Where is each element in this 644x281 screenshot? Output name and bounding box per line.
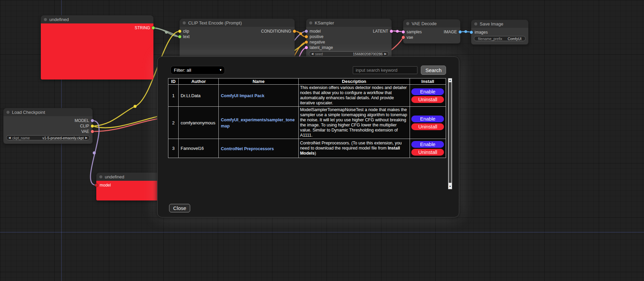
node-vae-decode[interactable]: VAE Decode samples IMAGE vae [403, 19, 460, 43]
extensions-table-wrap: ID Author Name Description Install 1 Dr.… [168, 78, 452, 189]
extensions-table: ID Author Name Description Install 1 Dr.… [168, 78, 446, 158]
slot-dot[interactable] [305, 30, 308, 33]
slot-dot[interactable] [470, 31, 473, 34]
col-header-id: ID [168, 78, 179, 85]
decrement-arrow-icon[interactable]: ◀ [9, 137, 11, 139]
row-description: This extension offers various detector n… [298, 85, 410, 107]
table-row: 3 Fannovel16 ControlNet Preprocessors Co… [168, 139, 446, 158]
table-header-row: ID Author Name Description Install [168, 78, 446, 85]
node-title-bar[interactable]: KSampler [306, 19, 392, 27]
input-slot-positive: positive [306, 34, 324, 39]
slot-label: positive [310, 34, 324, 39]
uninstall-button[interactable]: Uninstall [411, 96, 444, 103]
collapse-dot-icon[interactable] [474, 22, 477, 25]
output-slot-string: STRING [135, 25, 153, 31]
wire-string-to-text [153, 28, 180, 37]
uninstall-button[interactable]: Uninstall [411, 149, 444, 156]
node-title-bar[interactable]: CLIP Text Encode (Prompt) [180, 19, 295, 27]
scroll-up-icon[interactable]: ▲ [448, 78, 452, 82]
slot-dot[interactable] [95, 184, 98, 187]
slot-label: clip [183, 29, 189, 34]
table-scrollbar[interactable]: ▲ ▼ [448, 78, 452, 189]
node-canvas[interactable]: undefined STRING CLIP Text Encode (Promp… [0, 0, 644, 281]
collapse-dot-icon[interactable] [44, 18, 47, 21]
slot-label: negative [310, 40, 325, 45]
widget-value: 156680208700286 [353, 52, 383, 56]
table-row: 2 comfyanonymous ComfyUI_experiments/sam… [168, 107, 446, 139]
collapse-dot-icon[interactable] [99, 175, 102, 178]
slot-dot[interactable] [402, 36, 405, 39]
slot-dot[interactable] [305, 41, 308, 44]
link-midpoint-dot [396, 30, 399, 33]
node-body: clip CONDITIONING text [180, 27, 295, 59]
slot-label: CONDITIONING [261, 29, 291, 34]
close-button[interactable]: Close [169, 204, 190, 212]
slot-dot[interactable] [390, 30, 393, 33]
node-clip-text-encode[interactable]: CLIP Text Encode (Prompt) clip CONDITION… [180, 19, 295, 59]
ckpt-name-widget[interactable]: ◀ ckpt_name v1-5-pruned-emaonly.ckpt ▶ [6, 135, 90, 140]
row-id: 1 [168, 85, 179, 107]
node-title-bar[interactable]: Save Image [471, 20, 528, 28]
node-title-bar[interactable]: Load Checkpoint [3, 108, 93, 116]
collapse-dot-icon[interactable] [183, 21, 186, 24]
slot-dot[interactable] [402, 31, 405, 34]
input-slot-samples: samples [403, 29, 422, 35]
collapse-dot-icon[interactable] [309, 21, 312, 24]
extension-link[interactable]: ControlNet Preprocessors [221, 146, 274, 151]
collapse-dot-icon[interactable] [406, 22, 409, 25]
slot-label: CLIP [80, 124, 89, 128]
slot-dot[interactable] [91, 125, 94, 128]
node-save-image[interactable]: Save Image images filename_prefix ComfyU… [471, 20, 528, 45]
enable-button[interactable]: Enable [411, 88, 444, 95]
filename-prefix-widget[interactable]: filename_prefix ComfyUI [474, 36, 526, 41]
slot-dot[interactable] [293, 30, 296, 33]
node-undefined-top[interactable]: undefined STRING [41, 15, 153, 80]
slot-dot[interactable] [152, 27, 155, 30]
row-description: ControlNet Preprocessors. (To use this e… [298, 139, 410, 158]
scroll-down-icon[interactable]: ▼ [448, 185, 452, 188]
link-midpoint-dot [299, 32, 302, 35]
collapse-dot-icon[interactable] [6, 111, 10, 114]
node-load-checkpoint[interactable]: Load Checkpoint MODEL CLIP VAE [3, 108, 93, 144]
increment-arrow-icon[interactable]: ▶ [384, 53, 386, 55]
slot-dot[interactable] [305, 35, 308, 38]
node-title: KSampler [315, 20, 334, 25]
increment-arrow-icon[interactable]: ▶ [85, 137, 87, 139]
node-title-bar[interactable]: undefined [41, 15, 153, 23]
custom-nodes-dialog: Filter: all ▼ Search ID Author Name Desc… [157, 56, 459, 217]
seed-widget[interactable]: ◀ seed 156680208700286 ▶ [309, 51, 389, 56]
slot-dot[interactable] [178, 30, 181, 33]
wire-conditioning-to-positive [295, 31, 306, 37]
link-midpoint-dot [134, 105, 137, 108]
filter-dropdown-wrap: Filter: all ▼ [170, 66, 225, 74]
node-ksampler[interactable]: KSampler model LATENT positive [306, 19, 392, 59]
search-input[interactable] [353, 66, 417, 74]
slot-label: LATENT [373, 29, 388, 34]
widget-label: ckpt_name [12, 136, 30, 140]
slot-dot[interactable] [178, 35, 181, 38]
input-slot-latent-image: latent_image [306, 45, 333, 50]
extension-link[interactable]: ComfyUI Impact Pack [221, 93, 264, 98]
slot-dot[interactable] [91, 119, 94, 122]
slot-label: latent_image [310, 45, 333, 50]
table-row: 1 Dr.Lt.Data ComfyUI Impact Pack This ex… [168, 85, 446, 107]
decrement-arrow-icon[interactable]: ◀ [311, 53, 313, 55]
filter-select[interactable]: Filter: all [170, 66, 225, 74]
slot-dot[interactable] [305, 46, 308, 49]
input-slot-clip: clip [180, 29, 189, 34]
enable-button[interactable]: Enable [411, 116, 444, 122]
enable-button[interactable]: Enable [411, 141, 444, 148]
scrollbar-thumb[interactable] [449, 82, 451, 183]
slot-label: IMAGE [444, 30, 457, 34]
search-button[interactable]: Search [421, 66, 446, 75]
node-body: samples IMAGE vae [403, 28, 460, 43]
slot-dot[interactable] [91, 130, 94, 133]
extension-link[interactable]: ComfyUI_experiments/sampler_tonemap [221, 118, 295, 128]
slot-dot[interactable] [459, 31, 462, 34]
node-title: VAE Decode [412, 21, 436, 26]
node-body: model LATENT positive negative [306, 27, 392, 59]
slot-label: model [310, 29, 321, 34]
uninstall-button[interactable]: Uninstall [411, 123, 444, 130]
row-author: Dr.Lt.Data [179, 85, 219, 107]
node-title-bar[interactable]: VAE Decode [403, 19, 460, 28]
